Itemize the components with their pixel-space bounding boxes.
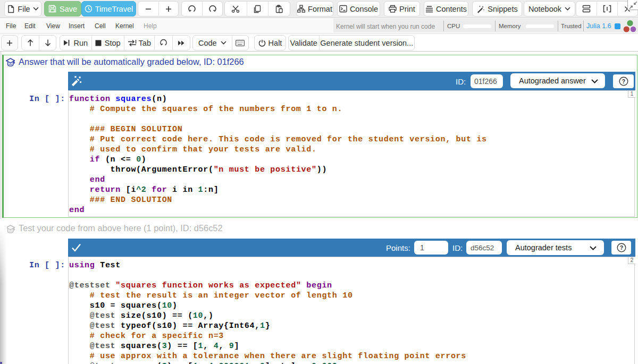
svg-text:?: ? <box>622 78 625 84</box>
svg-text:?: ? <box>619 244 623 251</box>
